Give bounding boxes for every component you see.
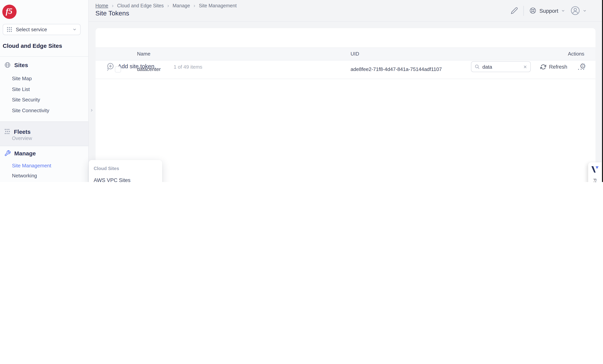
chevron-right-icon [111,4,115,8]
product-title: Cloud and Edge Sites [3,42,62,49]
sidebar-section-manage-label: Manage [14,150,36,156]
sidebar-item-label: Site Connectivity [12,107,49,113]
column-header-uid[interactable]: UID [350,48,359,60]
site-management-flyout: Cloud Sites AWS VPC Sites AWS TGW Sites … [88,160,162,182]
flyout-group-cloud-sites: Cloud Sites [94,164,119,173]
sidebar-section-sites-label: Sites [14,61,28,68]
content-card: Add site token 1 of 49 items Refresh [95,28,595,182]
user-menu[interactable] [570,6,586,15]
grid-icon [7,27,12,32]
fleets-head: Fleets [4,127,31,136]
divider [0,56,88,57]
sidebar-item-label: Networking [12,173,37,178]
sidebar: f5 Select service Cloud and Edge Sites [0,0,88,182]
column-header-name[interactable]: Name [137,48,150,60]
fleets-subtitle: Overview [12,136,32,141]
sidebar-section-sites[interactable]: Sites [4,60,28,69]
row-actions-menu[interactable] [578,60,585,79]
support-menu[interactable]: Support [529,7,565,14]
sidebar-item-label: Site Map [12,75,32,81]
chevron-down-icon [561,9,565,12]
table-row[interactable]: datacenter ade8fee2-71f8-4d47-841a-75144… [95,60,595,79]
service-selector[interactable]: Select service [3,24,81,35]
ellipsis-icon [578,66,585,72]
top-bar: Home Cloud and Edge Sites Manage Site Ma… [88,0,602,22]
chevron-right-icon [193,4,196,8]
service-selector-label: Select service [16,27,72,32]
table-header: Name UID Actions [95,47,595,60]
f5-logo[interactable]: f5 [2,5,17,19]
row-name-cell: datacenter [137,60,161,79]
chevron-right-icon [166,4,170,8]
row-expand-icon[interactable] [105,60,110,79]
top-bar-controls: Support [511,0,586,21]
globe-icon [4,61,11,68]
breadcrumb-item[interactable]: Cloud and Edge Sites [117,3,164,9]
chevron-down-icon [72,27,77,32]
f5dc-sage-label: F5DC Sage [592,178,597,182]
page-title: Site Tokens [95,10,129,17]
sidebar-item-label: Site Management [12,163,51,168]
sidebar-section-manage[interactable]: Manage [4,149,36,157]
sidebar-item-site-management[interactable]: Site Management [12,161,85,170]
breadcrumb: Home Cloud and Edge Sites Manage Site Ma… [95,3,237,9]
flyout-item-aws-vpc-sites[interactable]: AWS VPC Sites [94,176,130,182]
fleet-grid-icon [4,129,11,135]
avatar-icon [570,6,580,15]
sidebar-item-networking[interactable]: Networking [12,171,85,180]
divider [524,6,524,16]
sidebar-item-firewall[interactable]: Firewall [12,181,85,182]
sidebar-item-label: Site Security [12,97,40,102]
breadcrumb-item[interactable]: Site Management [199,3,237,9]
f5dc-sage-tab[interactable]: F5DC Sage [588,162,602,182]
sidebar-item-site-list[interactable]: Site List [12,85,30,93]
chevron-right-icon [90,106,94,115]
app-window: f5 Select service Cloud and Edge Sites [0,0,603,182]
row-checkbox-cell [115,60,121,79]
sidebar-section-fleets-label: Fleets [14,128,31,135]
breadcrumb-item[interactable]: Manage [173,3,190,9]
sidebar-section-fleets[interactable]: Fleets Overview [0,121,88,146]
chevron-down-icon [583,9,586,12]
row-checkbox[interactable] [115,66,121,72]
sidebar-item-site-security[interactable]: Site Security [12,95,40,104]
sidebar-item-site-map[interactable]: Site Map [12,74,32,82]
volterra-v-icon [591,166,599,173]
support-label: Support [539,8,558,14]
lifebuoy-icon [529,7,537,14]
screen-edge-right [602,0,603,182]
breadcrumb-home[interactable]: Home [95,3,108,9]
brush-icon[interactable] [511,7,518,14]
wrench-icon [4,150,11,156]
row-uid-cell: ade8fee2-71f8-4d47-841a-75144adf1107 [350,60,442,79]
sidebar-item-label: Site List [12,86,30,92]
f5-logo-text: f5 [6,7,12,15]
column-header-actions: Actions [568,48,584,60]
sidebar-item-site-connectivity[interactable]: Site Connectivity [12,106,85,115]
